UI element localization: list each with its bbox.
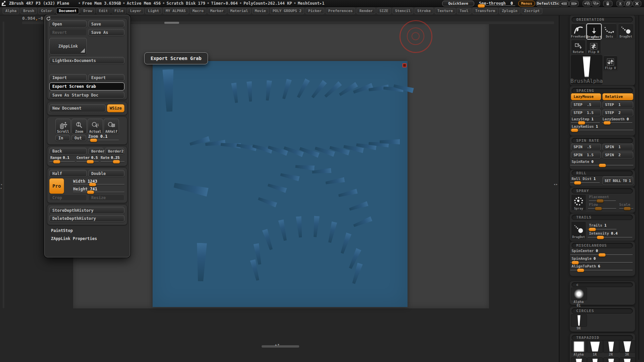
- alpha-9r-thumb[interactable]: [571, 314, 587, 327]
- spacing-header[interactable]: SPACING: [572, 88, 633, 94]
- menu-tab-edit[interactable]: Edit: [96, 8, 111, 14]
- step-half-button[interactable]: STEP .5: [571, 101, 601, 108]
- rotate-button[interactable]: Rotate: [571, 40, 586, 54]
- height-slider[interactable]: [73, 191, 124, 193]
- alpha-1r-thumb[interactable]: [587, 340, 603, 353]
- spin-rate-header[interactable]: SPIN RATE: [572, 138, 633, 143]
- spinrate-slider[interactable]: [570, 164, 633, 167]
- zoom-out-button[interactable]: Out: [71, 135, 86, 141]
- left-tray-divider-handle[interactable]: ◂▸: [0, 183, 3, 190]
- trapazoid-thumb-row2-3[interactable]: [603, 357, 619, 362]
- lazysmooth-slider[interactable]: [602, 121, 632, 124]
- lazyradius-slider[interactable]: [570, 129, 633, 131]
- lazyradius-slider-handle[interactable]: [571, 128, 578, 132]
- menu-tab-preferences[interactable]: Preferences: [326, 8, 356, 14]
- minimize-button[interactable]: [616, 1, 624, 6]
- width-slider[interactable]: [73, 183, 124, 186]
- tray-expand-right-button[interactable]: [569, 1, 579, 6]
- range-slider[interactable]: [49, 160, 75, 163]
- trails-slider-handle[interactable]: [589, 228, 596, 231]
- spin-1-5-button[interactable]: SPIN 1.5: [571, 152, 601, 159]
- lazymouse-button[interactable]: LazyMouse: [571, 93, 601, 100]
- window-cycle-right-button[interactable]: [591, 1, 600, 6]
- paintstop-menu-item[interactable]: PaintStop: [51, 228, 73, 233]
- menu-tab-transform[interactable]: Transform: [473, 8, 498, 14]
- aligntopath-slider-handle[interactable]: [577, 268, 584, 272]
- menu-tab-brush[interactable]: Brush: [20, 8, 37, 14]
- border-button[interactable]: Border: [88, 148, 104, 155]
- spinangle-slider[interactable]: [570, 261, 633, 264]
- spin-2-button[interactable]: SPIN 2: [602, 152, 633, 159]
- tray-shrink-left-button[interactable]: [559, 1, 569, 6]
- misc-header[interactable]: MISCELANEOUS: [572, 243, 633, 248]
- menu-tab-document[interactable]: Document: [56, 8, 79, 14]
- set-roll-to-1-button[interactable]: SET ROLL TO 1: [602, 176, 633, 185]
- width-slider-handle[interactable]: [89, 183, 96, 186]
- lock-button[interactable]: [603, 1, 612, 6]
- tray-scrollbar[interactable]: [638, 15, 639, 360]
- menu-tab-my-alphas[interactable]: MY ALPHAS: [163, 8, 189, 14]
- center-slider[interactable]: [76, 160, 99, 163]
- alpha-3r-thumb[interactable]: [619, 340, 635, 353]
- menu-tab-zplugin[interactable]: Zplugin: [499, 8, 520, 14]
- stroke-dragdot-button[interactable]: DragDot: [618, 23, 634, 39]
- half-button[interactable]: Half: [49, 170, 87, 177]
- save-button[interactable]: Save: [88, 20, 124, 27]
- stroke-dots-button[interactable]: Dots: [602, 23, 617, 39]
- trapazoid-thumb-row2-2[interactable]: [587, 357, 603, 362]
- alpha-01-thumb[interactable]: [571, 288, 587, 300]
- import-button[interactable]: Import: [49, 74, 87, 81]
- menu-tab-layer[interactable]: Layer: [127, 8, 144, 14]
- zoom-slider-handle[interactable]: [90, 138, 97, 142]
- menu-tab-stencil[interactable]: Stencil: [392, 8, 413, 14]
- rate-slider-handle[interactable]: [113, 160, 120, 164]
- menu-tab-texture[interactable]: Texture: [435, 8, 455, 14]
- vertical-scrollbar-track[interactable]: [3, 21, 4, 308]
- quicksave-button[interactable]: QuickSave: [442, 1, 474, 6]
- step-1-button[interactable]: STEP 1: [602, 101, 633, 108]
- zapplink-button[interactable]: ZAppLink: [49, 38, 87, 55]
- canvas[interactable]: [153, 61, 408, 307]
- window-cycle-left-button[interactable]: [583, 1, 591, 6]
- lazysmooth-slider-handle[interactable]: [603, 121, 611, 125]
- back-button[interactable]: Back: [49, 148, 87, 155]
- spinrate-slider-handle[interactable]: [599, 164, 606, 167]
- double-button[interactable]: Double: [88, 170, 124, 177]
- intensity-slider[interactable]: [588, 236, 632, 239]
- zoom-in-button[interactable]: In: [55, 135, 70, 141]
- bottom-tray-divider-thumb[interactable]: [262, 345, 299, 348]
- center-slider-handle[interactable]: [87, 160, 94, 164]
- save-as-button[interactable]: Save As: [88, 29, 124, 36]
- open-button[interactable]: Open: [49, 20, 87, 27]
- trails-dragdot-button[interactable]: DragDot: [571, 221, 586, 239]
- spin-1-button[interactable]: SPIN 1: [602, 143, 633, 150]
- menu-tab-picker[interactable]: Picker: [306, 8, 324, 14]
- aligntopath-slider[interactable]: [570, 269, 633, 272]
- bottom-tray-divider-arrows[interactable]: ▲▼: [275, 343, 280, 346]
- trapazoid-thumb-row2-4[interactable]: [619, 357, 635, 362]
- horizontal-scrollbar-thumb[interactable]: [164, 22, 179, 24]
- menu-tab-alpha[interactable]: Alpha: [3, 8, 19, 14]
- export-button[interactable]: Export: [88, 74, 124, 81]
- lightbox-documents-button[interactable]: Lightbox▸Documents: [49, 57, 124, 64]
- roll-dist-slider-handle[interactable]: [574, 181, 581, 185]
- trapazoid-header[interactable]: TRAPAZOID: [572, 335, 633, 341]
- export-screen-grab-button[interactable]: Export Screen Grab: [49, 82, 124, 90]
- group-c-header[interactable]: c: [572, 282, 633, 287]
- step-1-5-button[interactable]: STEP 1.5: [571, 109, 601, 116]
- store-depth-history-button[interactable]: StoreDepthHistory: [49, 207, 124, 214]
- menu-tab-draw[interactable]: Draw: [80, 8, 95, 14]
- flip-v-button[interactable]: Flip V: [603, 56, 618, 70]
- zoom-nav-button[interactable]: Zoom: [71, 119, 87, 134]
- menu-tab-render[interactable]: Render: [357, 8, 375, 14]
- wsize-button[interactable]: WSize: [107, 104, 124, 112]
- close-button[interactable]: [633, 1, 641, 6]
- spray-mode-button[interactable]: Spray: [571, 194, 586, 211]
- rate-slider[interactable]: [101, 160, 124, 163]
- zapplink-properties-menu-item[interactable]: ZAppLink Properties: [51, 236, 97, 241]
- relative-button[interactable]: Relative: [602, 93, 633, 100]
- scroll-nav-button[interactable]: Scroll: [55, 119, 71, 134]
- brush-alpha-preview[interactable]: BrushAlpha: [571, 55, 602, 84]
- see-through-handle[interactable]: [478, 4, 485, 8]
- roll-header[interactable]: ROLL: [572, 170, 633, 176]
